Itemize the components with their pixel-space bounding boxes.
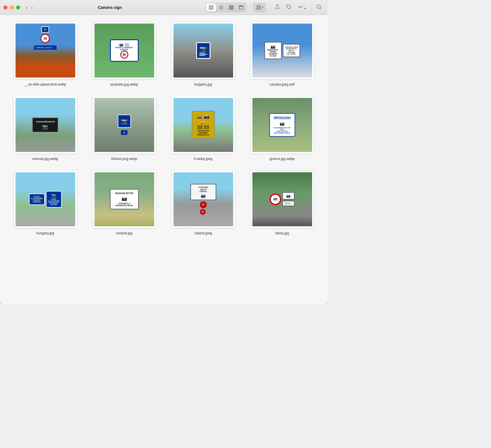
list-item[interactable]: | 📷 30 Catholic Church → __uk-with-speed…: [9, 22, 81, 87]
thumbnail-latvia: 90 📷 5,5 km ↑: [251, 171, 314, 228]
toolbar-separator-1: [250, 4, 250, 11]
fr-sign-text: CONTROLESRADARSFREQUENTS: [195, 130, 212, 136]
svg-rect-9: [232, 5, 233, 9]
file-grid: | 📷 30 Catholic Church → __uk-with-speed…: [9, 22, 318, 235]
hungary-sign-2: 📷 ÚTDÍJELLENŐRZÉSDÍJFIZETÉSJDATMO: [46, 191, 62, 208]
bul-wave-lines: [199, 53, 207, 56]
list-item[interactable]: ΠΡΟΣΟΧΗ 📷 ΟΙ ΠΑΡΑΒΑΣΕΙΣ ΤΟΥ ΚΟΚΕΛΕΓΧΟΝΤΑ…: [246, 96, 318, 161]
hun-text2: ÚTDÍJELLENŐRZÉSDÍJFIZETÉSJDATMO: [48, 198, 59, 205]
list-item[interactable]: 📷 )))) SPEED CAMERAAHEAD 80 australia.jp…: [88, 22, 160, 87]
list-item[interactable]: 📷 bulgaria.jpg: [167, 22, 239, 87]
uk-camera-sign: 📷: [41, 26, 49, 33]
image-hungary: KÖZÚTIELLENŐRZÉSTRAFFICCONTROL 📷 ÚTDÍJEL…: [16, 172, 75, 226]
bul-cam-icon: 📷: [200, 45, 207, 52]
view-mode-group: [205, 3, 247, 12]
list-item[interactable]: Automaatkontroll 📷 estonia.jpg.webp: [9, 96, 81, 161]
estonia-sign: Automaatkontroll 📷: [32, 117, 58, 132]
view-grid-button[interactable]: [206, 3, 216, 11]
image-bulgaria: 📷: [173, 24, 233, 78]
svg-line-25: [320, 8, 321, 9]
lat-cam-icon: 📷: [285, 194, 292, 198]
canada-sign-1: 📷 MUNICIPALSPEEDCAMERAIN USE: [264, 42, 282, 59]
hun-cam-icon: 📷: [48, 193, 59, 198]
filmstrip-icon: [239, 5, 244, 10]
thumbnail-ireland: ⚠ AverageSpeedCamera 📷 40 80: [172, 171, 235, 228]
canada-sign-2: SURVEILLANCEMUNICIPALEDE LA VITESSEEN CO…: [283, 44, 300, 57]
image-uk: | 📷 30 Catholic Church →: [16, 24, 75, 78]
image-estonia: Automaatkontroll 📷: [16, 98, 75, 152]
thumbnail-finland: 📷 ⚠: [93, 96, 156, 154]
svg-rect-3: [211, 8, 213, 9]
list-item[interactable]: 🚗 📷 🚚 )))) )))) CONTROLESRADARSFREQUENTS…: [167, 96, 239, 161]
list-item[interactable]: KÖZÚTIELLENŐRZÉSTRAFFICCONTROL 📷 ÚTDÍJEL…: [9, 171, 81, 236]
thumbnail-australia: 📷 )))) SPEED CAMERAAHEAD 80: [93, 22, 156, 79]
image-finland: 📷 ⚠: [94, 98, 154, 152]
search-button[interactable]: [314, 3, 324, 12]
image-greece: ΠΡΟΣΟΧΗ 📷 ΟΙ ΠΑΡΑΒΑΣΕΙΣ ΤΟΥ ΚΟΚΕΛΕΓΧΟΝΤΑ…: [252, 98, 312, 152]
group-button[interactable]: ▾: [254, 3, 266, 11]
image-iceland: MUNUM EFTIR 📷 LÖGÐÆSLU-MYNDAVÉLUNUM: [94, 172, 154, 226]
close-button[interactable]: [3, 5, 7, 9]
france-sign: 🚗 📷 🚚 )))) )))) CONTROLESRADARSFREQUENTS: [192, 111, 215, 139]
ice-sign-text: MUNUM EFTIR: [113, 192, 135, 195]
finder-window: ‹ › Camera sign: [0, 0, 327, 304]
svg-rect-1: [211, 5, 213, 7]
fin-warning-sign: ⚠: [121, 130, 127, 135]
ireland-road-signs: 40 80: [200, 201, 207, 215]
svg-rect-12: [240, 6, 241, 6]
filename-hungary: hungary.jpg: [36, 231, 54, 236]
group-icon: [256, 5, 261, 10]
svg-point-21: [298, 7, 299, 7]
svg-point-24: [317, 5, 320, 8]
list-item[interactable]: MUNUM EFTIR 📷 LÖGÐÆSLU-MYNDAVÉLUNUM icel…: [88, 171, 160, 236]
more-button[interactable]: ▾: [295, 3, 308, 12]
tag-icon: [286, 4, 291, 9]
window-title: Camera sign: [14, 5, 205, 10]
content-area: | 📷 30 Catholic Church → __uk-with-speed…: [0, 15, 327, 242]
ireland-sign: ⚠ AverageSpeedCamera 📷: [190, 184, 216, 200]
ire-cam-icon: 📷: [193, 193, 213, 198]
list-item[interactable]: ⚠ AverageSpeedCamera 📷 40 80 iraland.jpe…: [167, 171, 239, 236]
aus-cam-icon: 📷 )))): [114, 43, 135, 47]
svg-rect-8: [231, 5, 232, 9]
thumbnail-france: 🚗 📷 🚚 )))) )))) CONTROLESRADARSFREQUENTS: [172, 96, 235, 154]
svg-rect-11: [239, 6, 239, 6]
ire-speed-circle: 40: [200, 201, 207, 208]
list-item[interactable]: 📷 ⚠ finland.png.webp: [88, 96, 160, 161]
more-dropdown-icon: ▾: [304, 7, 306, 10]
minimize-button[interactable]: [10, 5, 14, 9]
hungary-sign-1: KÖZÚTIELLENŐRZÉSTRAFFICCONTROL: [29, 194, 45, 205]
filename-greece: greece.jpg.webp: [269, 157, 295, 161]
finland-camera-sign: 📷: [118, 115, 131, 128]
svg-rect-15: [257, 5, 258, 7]
list-item[interactable]: 90 📷 5,5 km ↑ latvia.jpg: [246, 171, 318, 236]
toolbar-right: ▾: [205, 3, 324, 12]
thumbnail-hungary: KÖZÚTIELLENŐRZÉSTRAFFICCONTROL 📷 ÚTDÍJEL…: [14, 171, 77, 228]
thumbnail-estonia: Automaatkontroll 📷: [14, 96, 77, 154]
iceland-sign: MUNUM EFTIR 📷 LÖGÐÆSLU-MYNDAVÉLUNUM: [110, 189, 139, 209]
ice-cam-icon: 📷: [113, 196, 135, 201]
gre-cam-icon: 📷: [273, 121, 292, 126]
finland-signs: 📷 ⚠: [118, 115, 131, 135]
filename-canada: canada.jpeg.avif: [270, 82, 295, 87]
filename-australia: australia.jpg.webp: [110, 82, 138, 87]
latvia-other-signs: 📷 5,5 km ↑: [282, 192, 294, 206]
est-cam-icon: 📷: [36, 124, 55, 130]
image-france: 🚗 📷 🚚 )))) )))) CONTROLESRADARSFREQUENTS: [173, 98, 233, 152]
ire-speed-circle2: 80: [200, 209, 206, 215]
svg-point-22: [300, 7, 301, 7]
view-list-button[interactable]: [216, 3, 226, 11]
share-button[interactable]: [272, 3, 282, 12]
svg-rect-0: [209, 5, 210, 7]
tag-button[interactable]: [284, 3, 294, 12]
view-filmstrip-button[interactable]: [236, 3, 246, 11]
list-item[interactable]: 📷 MUNICIPALSPEEDCAMERAIN USE SURVEILLANC…: [246, 22, 318, 87]
aus-sign-title: SPEED CAMERAAHEAD: [114, 47, 135, 51]
thumbnail-greece: ΠΡΟΣΟΧΗ 📷 ΟΙ ΠΑΡΑΒΑΣΕΙΣ ΤΟΥ ΚΟΚΕΛΕΓΧΟΝΤΑ…: [251, 96, 314, 154]
view-columns-button[interactable]: [226, 3, 236, 11]
latvia-distance-sign: 5,5 km ↑: [282, 201, 294, 206]
svg-point-23: [301, 7, 302, 7]
gre-subtext: ΟΙ ΠΑΡΑΒΑΣΕΙΣ ΤΟΥ ΚΟΚΕΛΕΓΧΟΝΤΑΙΜΕ ΤΕΧΝΙΚ…: [273, 127, 292, 134]
image-ireland: ⚠ AverageSpeedCamera 📷 40 80: [173, 172, 233, 226]
est-sign-text: Automaatkontroll: [36, 120, 55, 123]
